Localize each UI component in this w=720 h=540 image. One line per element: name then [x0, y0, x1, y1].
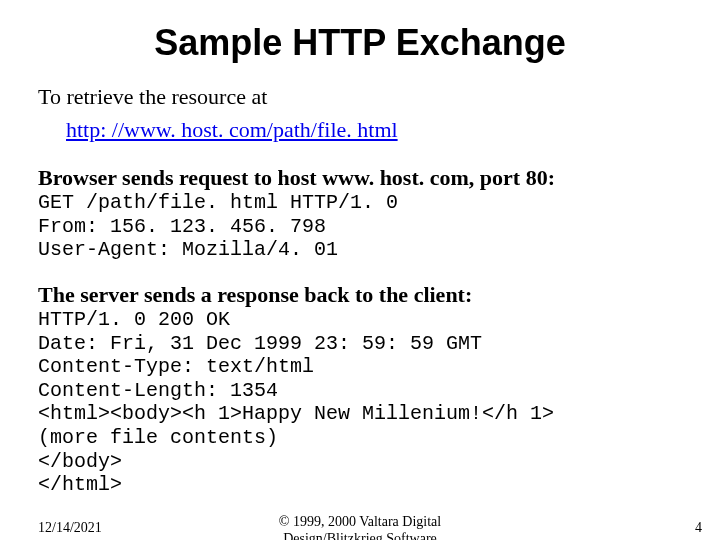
request-heading: Browser sends request to host www. host.…	[38, 165, 682, 191]
response-line: <html><body><h 1>Happy New Millenium!</h…	[38, 402, 682, 426]
request-line: GET /path/file. html HTTP/1. 0	[38, 191, 682, 215]
response-line: </html>	[38, 473, 682, 497]
spacer	[38, 262, 682, 276]
copyright-line1: © 1999, 2000 Valtara Digital	[279, 514, 441, 529]
response-line: (more file contents)	[38, 426, 682, 450]
request-line: From: 156. 123. 456. 798	[38, 215, 682, 239]
response-line: Content-Length: 1354	[38, 379, 682, 403]
slide-title: Sample HTTP Exchange	[0, 22, 720, 64]
resource-url-link[interactable]: http: //www. host. com/path/file. html	[66, 117, 398, 143]
footer-page-number: 4	[695, 520, 702, 536]
response-line: </body>	[38, 450, 682, 474]
response-heading: The server sends a response back to the …	[38, 282, 682, 308]
response-line: Content-Type: text/html	[38, 355, 682, 379]
footer-copyright: © 1999, 2000 Valtara Digital Design/Blit…	[0, 514, 720, 540]
request-line: User-Agent: Mozilla/4. 01	[38, 238, 682, 262]
slide-content: To retrieve the resource at http: //www.…	[0, 84, 720, 497]
slide: Sample HTTP Exchange To retrieve the res…	[0, 22, 720, 540]
response-line: Date: Fri, 31 Dec 1999 23: 59: 59 GMT	[38, 332, 682, 356]
intro-text: To retrieve the resource at	[38, 84, 682, 109]
copyright-line2: Design/Blitzkrieg Software	[283, 531, 437, 540]
response-line: HTTP/1. 0 200 OK	[38, 308, 682, 332]
